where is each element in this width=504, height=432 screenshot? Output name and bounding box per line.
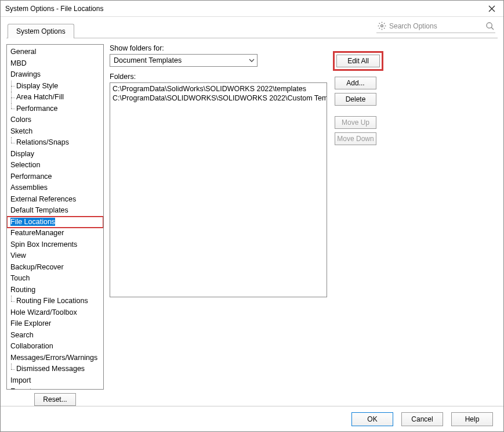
tree-item-file-locations[interactable]: File Locations <box>7 217 103 228</box>
add-button[interactable]: Add... <box>335 77 376 89</box>
move-up-button[interactable]: Move Up <box>335 116 376 129</box>
right-panel: Show folders for: Document Templates Edi… <box>110 44 498 406</box>
content-area: GeneralMBDDrawingsDisplay StyleArea Hatc… <box>6 38 498 406</box>
help-button[interactable]: Help <box>451 412 493 426</box>
folder-path[interactable]: C:\ProgramData\SOLIDWORKS\SOLIDWORKS 202… <box>113 93 324 103</box>
delete-button[interactable]: Delete <box>335 93 376 106</box>
tree-item-area-hatch-fill[interactable]: Area Hatch/Fill <box>7 92 103 103</box>
svg-point-2 <box>380 25 383 27</box>
titlebar: System Options - File Locations <box>1 1 503 17</box>
tree-item-file-explorer[interactable]: File Explorer <box>7 318 103 330</box>
tree-item-assemblies[interactable]: Assemblies <box>7 182 103 194</box>
tree-item-mbd[interactable]: MBD <box>7 58 103 70</box>
tree-item-search[interactable]: Search <box>7 330 103 341</box>
tree-item-routing[interactable]: Routing <box>7 285 103 296</box>
tree-item-featuremanager[interactable]: FeatureManager <box>7 228 103 239</box>
tab-bar: System Options <box>1 17 503 38</box>
tree-item-sketch[interactable]: Sketch <box>7 126 103 138</box>
tree-item-colors[interactable]: Colors <box>7 114 103 126</box>
search-input[interactable] <box>387 21 485 31</box>
search-icon[interactable] <box>485 21 495 31</box>
tree-item-view[interactable]: View <box>7 250 103 262</box>
edit-all-wrap: Edit All <box>333 51 383 71</box>
tree-item-import[interactable]: Import <box>7 375 103 387</box>
tree-item-spin-box-increments[interactable]: Spin Box Increments <box>7 239 103 251</box>
tree-item-display-style[interactable]: Display Style <box>7 81 103 92</box>
tree-item-touch[interactable]: Touch <box>7 273 103 285</box>
gear-icon[interactable] <box>376 21 387 31</box>
tree-item-performance[interactable]: Performance <box>7 103 103 115</box>
show-folders-dropdown[interactable]: Document Templates <box>110 54 258 67</box>
tree-item-default-templates[interactable]: Default Templates <box>7 205 103 217</box>
window-title: System Options - File Locations <box>5 5 485 13</box>
edit-all-highlight: Edit All <box>333 51 383 71</box>
tree-item-collaboration[interactable]: Collaboration <box>7 341 103 352</box>
dialog-footer: OK Cancel Help <box>1 406 503 431</box>
tree-item-messages-errors-warnings[interactable]: Messages/Errors/Warnings <box>7 352 103 364</box>
close-icon[interactable] <box>485 2 499 16</box>
search-box <box>376 19 495 33</box>
move-down-button[interactable]: Move Down <box>335 132 376 145</box>
dialog-window: System Options - File Locations System O… <box>0 0 504 432</box>
folders-label: Folders: <box>110 73 498 81</box>
category-tree[interactable]: GeneralMBDDrawingsDisplay StyleArea Hatc… <box>6 44 104 390</box>
left-column: GeneralMBDDrawingsDisplay StyleArea Hatc… <box>6 44 104 406</box>
tree-item-drawings[interactable]: Drawings <box>7 69 103 81</box>
folder-path[interactable]: C:\ProgramData\SolidWorks\SOLIDWORKS 202… <box>113 84 324 93</box>
cancel-button[interactable]: Cancel <box>401 412 443 426</box>
tree-item-general[interactable]: General <box>7 46 103 58</box>
folder-buttons: Add... Delete Move Up Move Down <box>335 77 376 145</box>
show-folders-label: Show folders for: <box>110 44 498 52</box>
svg-line-4 <box>491 27 494 30</box>
edit-all-button[interactable]: Edit All <box>336 55 380 67</box>
tree-item-relations-snaps[interactable]: Relations/Snaps <box>7 137 103 149</box>
reset-button[interactable]: Reset... <box>34 393 75 406</box>
ok-button[interactable]: OK <box>351 412 393 426</box>
chevron-down-icon <box>249 57 255 63</box>
svg-point-3 <box>487 23 492 28</box>
tab-system-options[interactable]: System Options <box>8 24 74 38</box>
tree-item-selection[interactable]: Selection <box>7 160 103 171</box>
tree-item-external-references[interactable]: External References <box>7 194 103 206</box>
tree-item-performance[interactable]: Performance <box>7 171 103 183</box>
folders-listbox[interactable]: C:\ProgramData\SolidWorks\SOLIDWORKS 202… <box>110 82 327 297</box>
tree-item-hole-wizard-toolbox[interactable]: Hole Wizard/Toolbox <box>7 307 103 319</box>
tree-item-dismissed-messages[interactable]: Dismissed Messages <box>7 363 103 375</box>
tree-item-export[interactable]: Export <box>7 386 103 390</box>
tree-item-routing-file-locations[interactable]: Routing File Locations <box>7 296 103 307</box>
tree-item-display[interactable]: Display <box>7 149 103 160</box>
dropdown-value: Document Templates <box>114 56 249 64</box>
tree-item-backup-recover[interactable]: Backup/Recover <box>7 262 103 273</box>
